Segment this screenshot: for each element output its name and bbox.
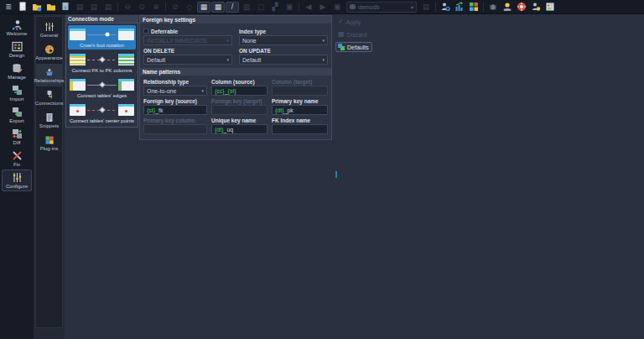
trash-icon: ▦	[338, 31, 345, 38]
draw-relation-icon[interactable]: /	[226, 2, 239, 13]
chart-icon[interactable]	[453, 2, 466, 13]
zoom-out-icon[interactable]: ⊖	[121, 2, 134, 13]
option-label: Crow's foot notation	[80, 42, 124, 49]
deferrable-label: Deferrable	[151, 28, 178, 34]
pk-name-input[interactable]: {dt}_pk	[272, 105, 328, 115]
toolbar-separator	[165, 3, 166, 12]
defaults-button[interactable]: Defaults	[335, 42, 372, 52]
category-relationships[interactable]: Relationships	[36, 64, 62, 86]
fk-source-input[interactable]: {st}_fk	[143, 105, 207, 115]
category-connections[interactable]: Connections	[36, 86, 62, 109]
option-crows-foot-notation[interactable]: Crow's foot notation	[68, 25, 136, 50]
zoom-custom-icon[interactable]: ⊘	[169, 2, 182, 13]
category-snippets[interactable]: Snippets	[36, 109, 62, 132]
sidebar-item-import[interactable]: Import	[2, 82, 32, 104]
sidebar-item-label: Welcome	[7, 31, 28, 36]
debug-icon[interactable]	[486, 2, 500, 13]
unique-key-input[interactable]: {dt}_uq	[211, 124, 267, 134]
sidebar-item-export[interactable]: Export	[2, 104, 32, 126]
unique-key-field: Unique key name {dt}_uq	[211, 115, 267, 134]
sidebar-item-configure[interactable]: Configure	[2, 170, 32, 191]
toolbar-separator	[299, 3, 299, 12]
fk-source-label: Foreign key (source)	[143, 97, 207, 104]
save-icon	[32, 2, 42, 12]
new-file-icon[interactable]	[16, 2, 29, 13]
nav-forward-icon[interactable]: ▶	[316, 2, 330, 13]
column-target-input	[272, 86, 328, 96]
sidebar-item-manage[interactable]: Manage	[2, 60, 32, 82]
help-lifebuoy-icon	[517, 2, 527, 12]
deferrable-checkbox[interactable]	[143, 29, 148, 34]
apply-button[interactable]: ✓ Apply	[335, 17, 372, 27]
connection-mode-options: Crow's foot notation Connect FK to PK co…	[65, 23, 138, 128]
sidebar-item-fix[interactable]: Fix	[2, 148, 32, 170]
chevron-down-icon: ▾	[226, 57, 229, 62]
fk-index-input[interactable]	[272, 124, 328, 134]
save-icon[interactable]	[30, 2, 44, 13]
category-general[interactable]: General	[36, 18, 62, 41]
nav-back-icon[interactable]: ◀	[302, 2, 315, 13]
zoom-reset-icon[interactable]: ⊙	[135, 2, 148, 13]
import-icon	[12, 85, 23, 96]
move-tables-icon[interactable]: ▥	[240, 2, 253, 13]
print-preview-icon[interactable]: ▤	[101, 2, 115, 13]
category-plugins[interactable]: Plug-ins	[36, 132, 62, 154]
initially-dropdown[interactable]: INITIALLY IMMEDIATE ▾	[143, 35, 232, 45]
option-connect-fk-to-pk[interactable]: Connect FK to PK columns	[68, 50, 136, 75]
diagram-colors-icon[interactable]	[467, 2, 480, 13]
pk-column-label: Primary key column	[143, 117, 207, 123]
on-update-dropdown[interactable]: Default ▾	[239, 55, 328, 65]
table-icon	[70, 29, 86, 40]
import-file-icon	[60, 2, 70, 12]
bring-to-front-icon[interactable]: ▣	[283, 2, 296, 13]
chevron-down-icon: ▾	[322, 57, 325, 62]
foreign-key-settings-body: Deferrable INITIALLY IMMEDIATE ▾ ON DELE…	[140, 23, 331, 68]
certificate-icon[interactable]	[543, 2, 557, 13]
pattern-suffix: _uq	[224, 127, 234, 133]
grid-icon[interactable]: ▦	[197, 2, 210, 13]
relationship-type-field: Relationship type One-to-one ▾	[143, 76, 207, 96]
database-selector[interactable]: demodb ▾	[346, 2, 417, 13]
sidebar-item-welcome[interactable]: Welcome	[2, 17, 32, 39]
search-tables-icon[interactable]	[439, 2, 452, 13]
crows-foot-graphic	[69, 27, 135, 42]
category-appearance[interactable]: Appearance	[36, 41, 62, 64]
print-icon[interactable]: ▤	[73, 2, 86, 13]
column-source-input[interactable]: {sc}_{st}	[211, 86, 267, 96]
snap-to-grid-icon[interactable]: ▦	[211, 2, 225, 13]
multi-select-icon[interactable]: ▞	[268, 2, 282, 13]
option-connect-center-points[interactable]: Connect tables' center points	[68, 101, 136, 125]
import-file-icon[interactable]	[59, 2, 72, 13]
fk-target-label: Foreign key (target)	[211, 97, 267, 104]
name-patterns-grid: Relationship type One-to-one ▾ Column (s…	[140, 76, 331, 139]
index-type-dropdown[interactable]: None ▾	[239, 35, 328, 45]
sidebar-item-diff[interactable]: Diff	[2, 126, 32, 148]
column-target-field: Column (target)	[272, 76, 328, 96]
pattern-suffix: _pk	[284, 107, 293, 113]
zoom-in-icon[interactable]: ⊕	[149, 2, 163, 13]
open-folder-icon[interactable]	[44, 2, 58, 13]
donate-icon[interactable]	[501, 2, 514, 13]
pk-column-input	[143, 124, 207, 134]
license-user-icon[interactable]	[529, 2, 543, 13]
relationship-type-dropdown[interactable]: One-to-one ▾	[143, 86, 207, 96]
option-connect-table-edges[interactable]: Connect tables' edges	[68, 76, 136, 100]
select-area-icon[interactable]: ▢	[254, 2, 267, 13]
license-user-icon	[531, 2, 541, 12]
column-target-label: Column (target)	[272, 78, 328, 85]
pk-table-icon	[118, 54, 134, 65]
relation-line	[87, 85, 117, 86]
sidebar-item-design[interactable]: Design	[2, 39, 32, 60]
screenshot-icon[interactable]: ▣	[330, 2, 344, 13]
document-icon[interactable]: ▤	[419, 2, 433, 13]
menu-icon[interactable]: ≡	[2, 2, 15, 13]
fit-to-window-icon[interactable]: ◇	[183, 2, 196, 13]
option-label: Connect tables' edges	[77, 92, 127, 99]
pattern-suffix: _fk	[155, 107, 163, 113]
index-type-value: None	[242, 38, 257, 44]
print-layout-icon[interactable]: ▤	[87, 2, 101, 13]
discard-button[interactable]: ▦ Discard	[335, 29, 372, 39]
help-lifebuoy-icon[interactable]	[515, 2, 528, 13]
on-delete-dropdown[interactable]: Default ▾	[143, 55, 232, 65]
category-label: Connections	[35, 101, 63, 106]
